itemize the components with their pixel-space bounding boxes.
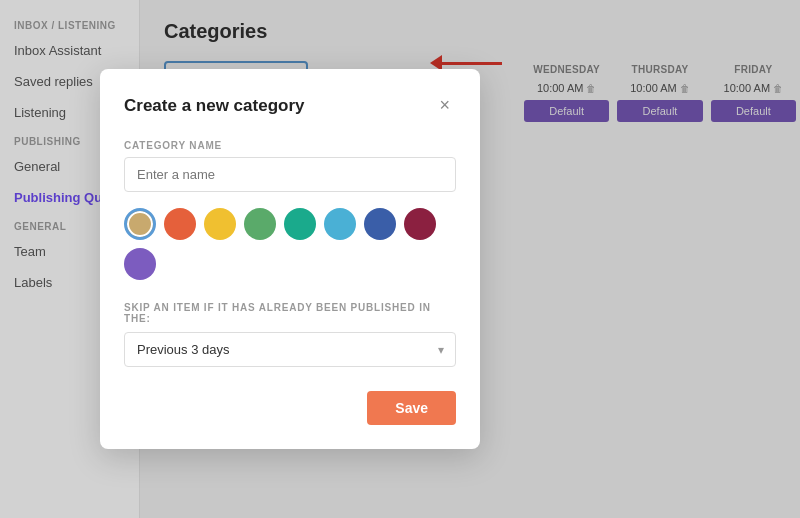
skip-dropdown[interactable]: Previous 1 dayPrevious 3 daysPrevious 7 … — [124, 332, 456, 367]
modal-create-category: Create a new category × CATEGORY NAME SK… — [100, 69, 480, 449]
save-button[interactable]: Save — [367, 391, 456, 425]
modal-header: Create a new category × — [124, 93, 456, 118]
color-swatch-purple[interactable] — [124, 248, 156, 280]
color-swatch-teal[interactable] — [284, 208, 316, 240]
skip-dropdown-wrapper: Previous 1 dayPrevious 3 daysPrevious 7 … — [124, 332, 456, 367]
color-swatch-dark-red[interactable] — [404, 208, 436, 240]
modal-close-button[interactable]: × — [433, 93, 456, 118]
color-swatch-light-blue[interactable] — [324, 208, 356, 240]
color-swatch-dark-blue[interactable] — [364, 208, 396, 240]
color-swatch-yellow[interactable] — [204, 208, 236, 240]
modal-overlay: Create a new category × CATEGORY NAME SK… — [0, 0, 800, 518]
skip-label: SKIP AN ITEM IF IT HAS ALREADY BEEN PUBL… — [124, 302, 456, 324]
color-swatch-tan[interactable] — [124, 208, 156, 240]
category-name-label: CATEGORY NAME — [124, 140, 456, 151]
modal-title: Create a new category — [124, 96, 304, 116]
color-swatches — [124, 208, 456, 280]
color-swatch-orange[interactable] — [164, 208, 196, 240]
color-swatch-green[interactable] — [244, 208, 276, 240]
modal-footer: Save — [124, 391, 456, 425]
category-name-input[interactable] — [124, 157, 456, 192]
